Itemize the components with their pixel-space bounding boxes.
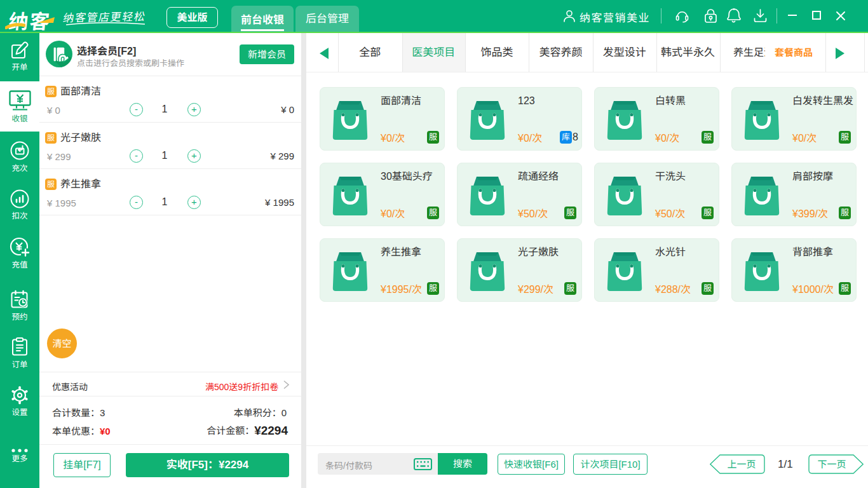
svg-text:下一页: 下一页 [817,457,846,470]
svg-text:上一页: 上一页 [727,457,756,470]
